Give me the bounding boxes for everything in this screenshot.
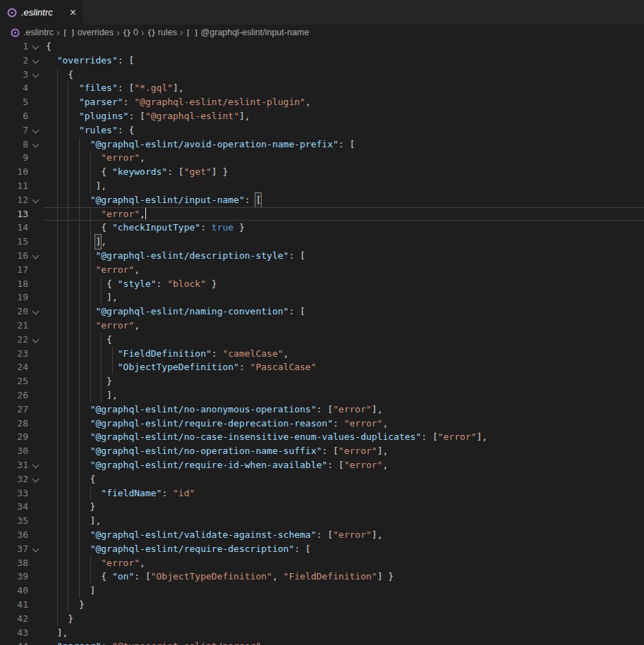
line-number[interactable]: 39 [0, 570, 28, 584]
code-line[interactable]: 43 ], [0, 626, 644, 640]
code-line[interactable]: 24 "ObjectTypeDefinition": "PascalCase" [0, 360, 644, 374]
code-line[interactable]: 21 "error", [0, 319, 644, 333]
line-number[interactable]: 10 [0, 165, 28, 179]
code-line[interactable]: 33 "fieldName": "id" [0, 486, 644, 500]
code-line[interactable]: 1{ [0, 39, 644, 54]
line-number[interactable]: 35 [0, 514, 28, 528]
fold-chevron-icon[interactable] [33, 477, 38, 479]
code-line[interactable]: 35 ], [0, 514, 644, 528]
line-number[interactable]: 1 [0, 39, 28, 54]
line-number[interactable]: 3 [0, 68, 28, 82]
code-line[interactable]: 4 "files": ["*.gql"], [0, 81, 644, 95]
line-number[interactable]: 37 [0, 542, 28, 556]
breadcrumb-item[interactable]: {}0 [123, 27, 138, 37]
code-line[interactable]: 22 { [0, 333, 644, 347]
close-icon[interactable]: × [68, 7, 78, 18]
line-number[interactable]: 31 [0, 458, 28, 472]
line-number[interactable]: 9 [0, 151, 28, 165]
code-line[interactable]: 20 "@graphql-eslint/naming-convention": … [0, 305, 644, 319]
line-number[interactable]: 17 [0, 263, 28, 277]
line-number[interactable]: 13 [0, 207, 28, 221]
fold-chevron-icon[interactable] [33, 142, 38, 145]
line-number[interactable]: 34 [0, 500, 28, 514]
line-number[interactable]: 40 [0, 584, 28, 598]
breadcrumb-item[interactable]: .eslintrc [11, 27, 54, 37]
line-number[interactable]: 25 [0, 374, 28, 388]
line-number[interactable]: 7 [0, 123, 28, 137]
code-line[interactable]: 11 ], [0, 179, 644, 193]
code-line[interactable]: 32 { [0, 472, 644, 486]
fold-chevron-icon[interactable] [33, 253, 38, 256]
code-line[interactable]: 6 "plugins": ["@graphql-eslint"], [0, 109, 644, 123]
line-number[interactable]: 15 [0, 235, 28, 249]
fold-chevron-icon[interactable] [33, 72, 38, 75]
fold-chevron-icon[interactable] [33, 309, 38, 312]
fold-chevron-icon[interactable] [33, 546, 38, 549]
code-line[interactable]: 44 "parser": "@typescript-eslint/parser" [0, 639, 644, 645]
fold-chevron-icon[interactable] [33, 337, 38, 340]
line-number[interactable]: 32 [0, 472, 28, 486]
line-number[interactable]: 4 [0, 81, 28, 95]
code-line[interactable]: 12 "@graphql-eslint/input-name": [ [0, 193, 644, 207]
line-number[interactable]: 18 [0, 277, 28, 291]
code-line[interactable]: 19 ], [0, 290, 644, 305]
code-line[interactable]: 23 "FieldDefinition": "camelCase", [0, 347, 644, 361]
code-line[interactable]: 41 } [0, 598, 644, 612]
breadcrumb-item[interactable]: [ ]@graphql-eslint/input-name [186, 27, 310, 37]
editor-pane[interactable]: 1{2 "overrides": [3 {4 "files": ["*.gql"… [0, 0, 644, 645]
code-line[interactable]: 28 "@graphql-eslint/require-deprecation-… [0, 417, 644, 431]
code-line[interactable]: 39 { "on": ["ObjectTypeDefinition", "Fie… [0, 570, 644, 584]
code-line[interactable]: 29 "@graphql-eslint/no-case-insensitive-… [0, 430, 644, 444]
breadcrumb-item[interactable]: {}rules [147, 27, 177, 37]
line-number[interactable]: 16 [0, 249, 28, 263]
line-number[interactable]: 44 [0, 639, 28, 645]
code-line[interactable]: 38 "error", [0, 556, 644, 570]
code-line[interactable]: 25 } [0, 374, 644, 388]
code-line[interactable]: 26 ], [0, 388, 644, 403]
code-line[interactable]: 36 "@graphql-eslint/validate-against-sch… [0, 528, 644, 542]
line-number[interactable]: 30 [0, 444, 28, 458]
code-line[interactable]: 37 "@graphql-eslint/require-description"… [0, 542, 644, 556]
line-number[interactable]: 14 [0, 221, 28, 235]
line-number[interactable]: 28 [0, 417, 28, 431]
line-number[interactable]: 12 [0, 193, 28, 207]
code-line[interactable]: 18 { "style": "block" } [0, 277, 644, 291]
fold-chevron-icon[interactable] [33, 58, 38, 61]
code-line[interactable]: 34 } [0, 500, 644, 514]
code-line[interactable]: 9 "error", [0, 151, 644, 165]
fold-chevron-icon[interactable] [33, 197, 38, 200]
line-number[interactable]: 20 [0, 305, 28, 319]
line-number[interactable]: 24 [0, 360, 28, 374]
code-line[interactable]: 15 ], [0, 235, 644, 249]
code-line[interactable]: 2 "overrides": [ [0, 54, 644, 68]
line-number[interactable]: 19 [0, 290, 28, 305]
code-line[interactable]: 10 { "keywords": ["get"] } [0, 165, 644, 179]
code-line[interactable]: 8 "@graphql-eslint/avoid-operation-name-… [0, 137, 644, 152]
code-line[interactable]: 7 "rules": { [0, 123, 644, 137]
line-number[interactable]: 2 [0, 54, 28, 68]
code-line[interactable]: 30 "@graphql-eslint/no-operation-name-su… [0, 444, 644, 458]
line-number[interactable]: 8 [0, 137, 28, 152]
tab-eslintrc[interactable]: .eslintrc × [0, 0, 83, 25]
line-number[interactable]: 38 [0, 556, 28, 570]
line-number[interactable]: 36 [0, 528, 28, 542]
fold-chevron-icon[interactable] [33, 128, 38, 130]
fold-chevron-icon[interactable] [33, 44, 38, 47]
code-line[interactable]: 31 "@graphql-eslint/require-id-when-avai… [0, 458, 644, 472]
code-line[interactable]: 13 "error", [0, 207, 644, 221]
line-number[interactable]: 21 [0, 319, 28, 333]
line-number[interactable]: 29 [0, 430, 28, 444]
code-line[interactable]: 16 "@graphql-eslint/description-style": … [0, 249, 644, 263]
line-number[interactable]: 26 [0, 388, 28, 403]
line-number[interactable]: 41 [0, 598, 28, 612]
code-line[interactable]: 5 "parser": "@graphql-eslint/eslint-plug… [0, 95, 644, 109]
breadcrumb-item[interactable]: [ ]overrides [63, 27, 114, 37]
code-line[interactable]: 3 { [0, 68, 644, 82]
code-line[interactable]: 14 { "checkInputType": true } [0, 221, 644, 235]
line-number[interactable]: 6 [0, 109, 28, 123]
line-number[interactable]: 27 [0, 403, 28, 417]
fold-chevron-icon[interactable] [33, 462, 38, 465]
line-number[interactable]: 5 [0, 95, 28, 109]
code-line[interactable]: 42 } [0, 612, 644, 626]
code-line[interactable]: 27 "@graphql-eslint/no-anonymous-operati… [0, 403, 644, 417]
